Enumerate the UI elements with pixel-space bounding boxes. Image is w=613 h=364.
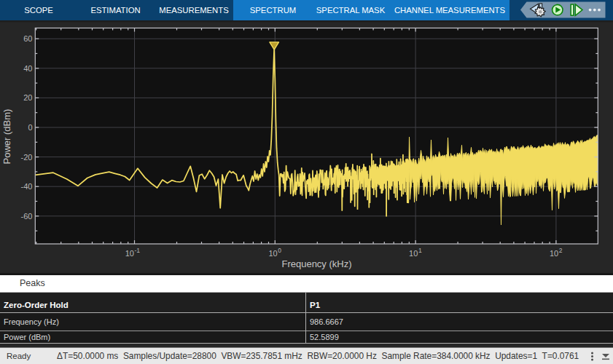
svg-text:-60: -60	[21, 212, 33, 221]
svg-text:0: 0	[28, 123, 32, 132]
svg-text:60: 60	[23, 34, 32, 43]
svg-text:10: 10	[409, 249, 418, 258]
svg-text:-1: -1	[135, 247, 141, 254]
svg-text:-20: -20	[21, 153, 33, 162]
svg-text:-40: -40	[21, 182, 33, 191]
svg-text:40: 40	[23, 64, 32, 73]
svg-text:10: 10	[550, 249, 558, 258]
svg-text:2: 2	[559, 247, 563, 254]
svg-text:0: 0	[278, 247, 281, 254]
svg-text:10: 10	[125, 249, 134, 258]
svg-text:1: 1	[418, 247, 422, 254]
svg-text:Frequency (kHz): Frequency (kHz)	[281, 258, 351, 269]
svg-text:20: 20	[23, 93, 32, 102]
svg-text:10: 10	[268, 249, 277, 258]
svg-text:Power (dBm): Power (dBm)	[1, 109, 12, 165]
